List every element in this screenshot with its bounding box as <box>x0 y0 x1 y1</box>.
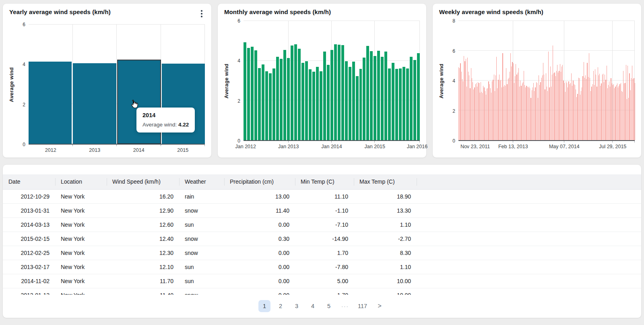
bar[interactable] <box>495 75 496 140</box>
bar[interactable] <box>388 68 391 140</box>
bar[interactable] <box>481 92 482 140</box>
bar[interactable] <box>472 78 472 140</box>
bar[interactable] <box>410 57 413 140</box>
bar[interactable] <box>504 87 504 140</box>
bar[interactable] <box>511 66 512 140</box>
bar[interactable] <box>614 88 615 141</box>
bar[interactable] <box>568 81 569 140</box>
bar[interactable] <box>458 67 459 140</box>
bar[interactable] <box>473 82 473 140</box>
bar[interactable] <box>469 75 469 140</box>
bar[interactable] <box>244 42 246 140</box>
bar[interactable] <box>590 91 591 140</box>
bar[interactable] <box>516 75 517 140</box>
bar[interactable] <box>609 81 609 140</box>
bar[interactable] <box>576 97 577 140</box>
bar-2012[interactable] <box>29 62 72 144</box>
bar[interactable] <box>546 73 546 141</box>
bar[interactable] <box>570 83 571 140</box>
bar[interactable] <box>591 87 592 140</box>
bar[interactable] <box>627 66 628 140</box>
bar[interactable] <box>541 78 542 140</box>
bar[interactable] <box>309 69 312 140</box>
bar[interactable] <box>619 84 620 140</box>
bar[interactable] <box>547 87 547 140</box>
bar[interactable] <box>560 64 560 140</box>
bar[interactable] <box>555 76 556 140</box>
bar[interactable] <box>262 64 264 140</box>
bar[interactable] <box>254 50 257 140</box>
page-button-3[interactable]: 3 <box>291 300 303 312</box>
bar[interactable] <box>479 83 479 140</box>
bar[interactable] <box>413 60 416 140</box>
bar[interactable] <box>613 85 613 140</box>
bar[interactable] <box>573 81 573 140</box>
bar[interactable] <box>524 71 524 140</box>
bar[interactable] <box>627 99 627 140</box>
bar[interactable] <box>621 83 621 140</box>
bar[interactable] <box>334 44 337 140</box>
bar[interactable] <box>607 88 608 141</box>
bar[interactable] <box>618 87 618 140</box>
bar[interactable] <box>601 83 601 140</box>
bar[interactable] <box>485 91 485 140</box>
bar[interactable] <box>600 86 601 140</box>
page-button-4[interactable]: 4 <box>307 300 319 312</box>
bar[interactable] <box>502 53 503 140</box>
bar[interactable] <box>603 74 603 140</box>
bar[interactable] <box>258 68 261 140</box>
bar[interactable] <box>521 86 521 140</box>
bar[interactable] <box>461 72 462 140</box>
bar[interactable] <box>500 81 500 140</box>
bar[interactable] <box>617 83 617 140</box>
bar[interactable] <box>341 45 344 140</box>
bar[interactable] <box>301 63 304 140</box>
bar[interactable] <box>572 86 572 140</box>
bar[interactable] <box>628 98 629 140</box>
bar[interactable] <box>359 69 362 140</box>
bar[interactable] <box>608 85 609 140</box>
bar[interactable] <box>508 79 508 140</box>
bar[interactable] <box>594 85 594 140</box>
bar[interactable] <box>571 73 572 141</box>
bar[interactable] <box>527 87 528 140</box>
bar[interactable] <box>345 61 348 140</box>
bar[interactable] <box>349 67 351 140</box>
bar[interactable] <box>488 81 489 140</box>
bar[interactable] <box>588 77 588 140</box>
bar[interactable] <box>487 88 488 141</box>
bar[interactable] <box>528 87 528 140</box>
bar[interactable] <box>251 47 254 140</box>
bar[interactable] <box>519 87 520 140</box>
bar[interactable] <box>510 72 510 140</box>
bar[interactable] <box>530 88 530 141</box>
bar[interactable] <box>484 87 484 140</box>
bar[interactable] <box>568 87 568 140</box>
bar[interactable] <box>512 62 512 140</box>
bar[interactable] <box>595 69 595 140</box>
bar[interactable] <box>504 85 505 140</box>
bar[interactable] <box>482 93 483 140</box>
bar[interactable] <box>530 98 531 140</box>
bar[interactable] <box>323 52 326 140</box>
page-button-5[interactable]: 5 <box>323 300 335 312</box>
bar[interactable] <box>320 71 322 140</box>
bar[interactable] <box>619 86 619 140</box>
bar[interactable] <box>557 65 557 140</box>
page-button-2[interactable]: 2 <box>275 300 287 312</box>
bar[interactable] <box>534 91 535 140</box>
bar[interactable] <box>464 56 464 140</box>
bar[interactable] <box>501 80 501 140</box>
bar[interactable] <box>585 75 586 140</box>
page-button-117[interactable]: 117 <box>355 300 369 312</box>
bar[interactable] <box>466 87 467 140</box>
bar[interactable] <box>537 83 537 140</box>
bar[interactable] <box>374 56 376 140</box>
bar[interactable] <box>613 84 614 140</box>
bar[interactable] <box>539 75 539 140</box>
bar[interactable] <box>589 53 589 140</box>
bar[interactable] <box>590 78 590 140</box>
bar[interactable] <box>497 88 497 141</box>
bar[interactable] <box>287 58 290 140</box>
bar[interactable] <box>535 87 535 140</box>
